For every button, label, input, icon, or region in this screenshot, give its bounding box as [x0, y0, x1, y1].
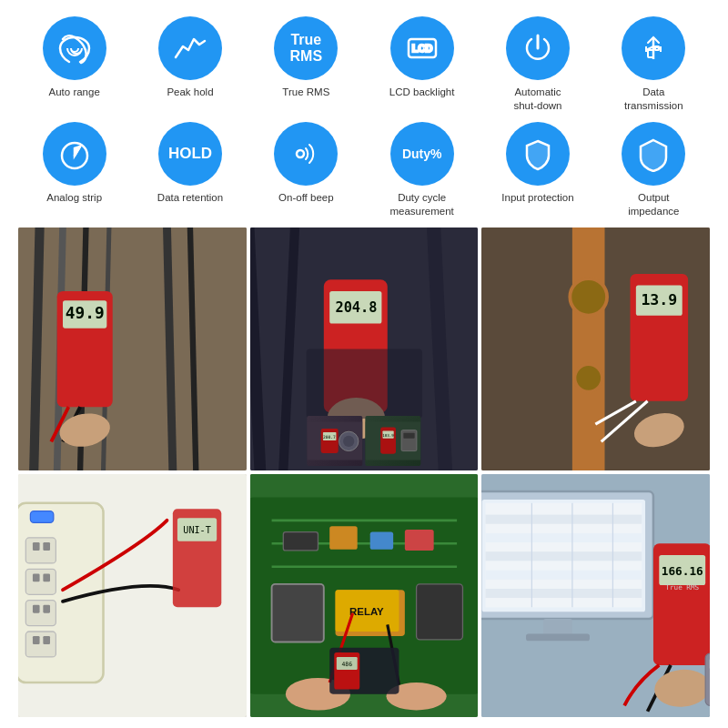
- svg-rect-85: [369, 531, 392, 549]
- features-section: Auto range Peak hold TrueRMS True RMS: [0, 0, 728, 228]
- photo-copper-pipes: 13.9: [481, 228, 710, 470]
- svg-rect-36: [306, 349, 421, 418]
- svg-rect-64: [33, 542, 40, 551]
- feature-duty: Duty% Duty cycle measurement: [366, 122, 478, 218]
- feature-beep: On-off beep: [250, 122, 362, 218]
- peak-hold-icon: [158, 16, 222, 80]
- photo-circuit-board: RELAY 486: [250, 474, 479, 717]
- svg-rect-112: [543, 619, 572, 636]
- svg-rect-108: [486, 589, 642, 598]
- peak-hold-label: Peak hold: [167, 86, 213, 99]
- usb-icon: [622, 16, 685, 80]
- svg-rect-105: [486, 533, 642, 542]
- svg-rect-68: [43, 573, 50, 581]
- svg-text:UNI-T: UNI-T: [183, 525, 211, 535]
- svg-rect-66: [25, 569, 56, 594]
- svg-rect-113: [526, 633, 590, 641]
- lcd-icon: LCD: [390, 16, 454, 80]
- svg-point-53: [575, 364, 603, 392]
- svg-rect-67: [33, 573, 40, 581]
- usb-label: Data transmission: [624, 86, 683, 113]
- photos-section: 49.9 20: [0, 228, 728, 728]
- power-icon: [506, 16, 570, 80]
- svg-rect-73: [33, 636, 40, 644]
- svg-rect-120: [709, 659, 710, 668]
- analog-label: Analog strip: [46, 191, 102, 205]
- output-icon: [622, 122, 685, 186]
- photo-dark-meter: 204.8 200.7: [250, 228, 479, 470]
- svg-rect-74: [43, 636, 50, 644]
- feature-peak-hold: Peak hold: [134, 16, 246, 113]
- svg-line-20: [167, 228, 172, 470]
- photo-power-strip: UNI-T: [18, 474, 247, 717]
- true-rms-icon: TrueRMS: [274, 16, 338, 80]
- input-protection-label: Input protection: [501, 191, 573, 205]
- lcd-label: LCD backlight: [389, 86, 455, 99]
- svg-text:True RMS: True RMS: [666, 583, 700, 592]
- svg-text:13.9: 13.9: [642, 291, 678, 308]
- duty-label: Duty cycle measurement: [390, 191, 454, 218]
- true-rms-label: True RMS: [282, 86, 329, 99]
- feature-true-rms: TrueRMS True RMS: [250, 16, 362, 113]
- svg-point-52: [571, 278, 608, 316]
- svg-text:486: 486: [341, 661, 352, 667]
- photo-computer-desk: 166.16 True RMS: [481, 474, 710, 717]
- svg-point-42: [343, 436, 354, 447]
- hold-label: Data retention: [157, 191, 223, 205]
- svg-rect-3: [648, 50, 653, 57]
- svg-rect-84: [329, 526, 358, 549]
- svg-rect-63: [25, 538, 56, 563]
- svg-rect-70: [33, 605, 40, 613]
- analog-icon: [43, 122, 106, 186]
- feature-usb: Data transmission: [598, 16, 710, 113]
- svg-text:204.8: 204.8: [335, 299, 377, 316]
- svg-rect-72: [25, 632, 56, 657]
- svg-rect-69: [25, 601, 56, 626]
- svg-rect-87: [271, 584, 323, 642]
- svg-rect-86: [405, 530, 434, 551]
- feature-lcd: LCD LCD backlight: [366, 16, 478, 113]
- svg-rect-106: [486, 551, 642, 561]
- feature-analog: Analog strip: [18, 122, 130, 218]
- input-protection-icon: [506, 122, 570, 186]
- features-grid: Auto range Peak hold TrueRMS True RMS: [18, 16, 710, 218]
- feature-power: Automatic shut-down: [481, 16, 593, 113]
- beep-label: On-off beep: [278, 191, 334, 205]
- svg-rect-83: [283, 531, 318, 550]
- svg-text:103.9: 103.9: [382, 432, 394, 437]
- duty-icon: Duty%: [390, 122, 454, 186]
- svg-text:166.16: 166.16: [662, 564, 703, 578]
- svg-text:RELAY: RELAY: [349, 606, 384, 617]
- feature-output: Output impedance: [598, 122, 710, 218]
- page-wrapper: Auto range Peak hold TrueRMS True RMS: [0, 0, 728, 728]
- svg-line-16: [34, 228, 39, 470]
- svg-text:200.7: 200.7: [323, 435, 336, 440]
- beep-icon: [274, 122, 338, 186]
- svg-rect-107: [486, 570, 642, 579]
- feature-input-protection: Input protection: [481, 122, 593, 218]
- feature-auto-range: Auto range: [18, 16, 130, 113]
- svg-rect-89: [416, 584, 462, 640]
- hold-icon: HOLD: [158, 122, 222, 186]
- svg-text:49.9: 49.9: [66, 303, 105, 322]
- svg-rect-65: [43, 542, 50, 551]
- svg-rect-104: [486, 514, 642, 523]
- auto-range-icon: [43, 16, 106, 80]
- svg-rect-62: [30, 511, 53, 523]
- feature-hold: HOLD Data retention: [134, 122, 246, 218]
- svg-rect-48: [404, 433, 415, 439]
- svg-text:LCD: LCD: [411, 43, 432, 54]
- auto-range-label: Auto range: [49, 86, 100, 99]
- output-label: Output impedance: [628, 191, 679, 218]
- power-label: Automatic shut-down: [513, 86, 561, 113]
- svg-rect-14: [18, 228, 247, 470]
- photo-electrical-panel: 49.9: [18, 228, 247, 470]
- svg-point-13: [297, 150, 304, 157]
- svg-rect-71: [43, 605, 50, 613]
- svg-rect-50: [572, 228, 605, 470]
